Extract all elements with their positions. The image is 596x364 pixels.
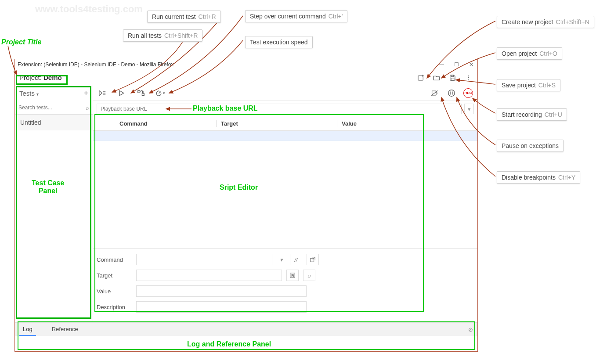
select-target-button[interactable] (286, 270, 299, 281)
svg-rect-10 (138, 90, 140, 93)
run-all-button[interactable] (98, 88, 107, 98)
callout-create-new: Create new projectCtrl+Shift+N (497, 16, 594, 28)
svg-line-14 (159, 92, 160, 93)
callout-run-all: Run all testsCtrl+Shift+R (123, 29, 202, 42)
minimize-button[interactable]: — (438, 61, 445, 68)
project-row: Project: Demo ⋮ (15, 70, 477, 85)
save-project-icon[interactable] (448, 73, 457, 83)
svg-marker-5 (99, 90, 102, 95)
callout-start-recording: Start recordingCtrl+U (497, 108, 567, 121)
more-menu-icon[interactable]: ⋮ (463, 73, 473, 83)
watermark: www.tools4testing.com (35, 4, 143, 15)
callout-open-project: Open projectCtrl+O (497, 47, 562, 60)
test-speed-button[interactable]: ▾ (155, 88, 165, 98)
find-target-button[interactable]: ⌕ (303, 270, 315, 281)
test-item-untitled[interactable]: Untitled (15, 115, 93, 130)
record-button[interactable]: REC (463, 88, 473, 98)
svg-rect-4 (451, 78, 454, 80)
col-command: Command (93, 120, 216, 127)
toggle-comment-button[interactable]: // (290, 254, 302, 265)
label-playback-url: Playback base URL (193, 105, 258, 112)
svg-rect-12 (142, 93, 144, 95)
clear-log-icon[interactable]: ⊘ (468, 326, 473, 333)
command-form: Command ▾ // Target ⌕ Value Des (93, 248, 477, 322)
label-test-case-panel: Test Case Panel (32, 179, 64, 195)
tab-reference[interactable]: Reference (48, 323, 82, 336)
label-command: Command (97, 256, 132, 263)
callout-test-speed: Test execution speed (245, 36, 313, 48)
svg-marker-9 (119, 90, 124, 95)
sidebar: Tests ▾ + ⌕ Untitled (15, 85, 93, 322)
titlebar: Extension: (Selenium IDE) - Selenium IDE… (15, 59, 477, 70)
svg-marker-11 (142, 91, 144, 93)
svg-rect-3 (451, 75, 453, 77)
callout-run-current: Run current testCtrl+R (147, 11, 221, 23)
callout-disable-breakpoints: Disable breakpointsCtrl+Y (497, 171, 580, 184)
maximize-button[interactable]: ☐ (453, 61, 460, 68)
editor: ▾ REC ▾ Command Target Value (93, 85, 477, 322)
label-description: Description (97, 304, 132, 310)
create-project-icon[interactable] (416, 73, 426, 83)
app-window: Extension: (Selenium IDE) - Selenium IDE… (14, 59, 478, 352)
callout-pause-exceptions: Pause on exceptions (497, 140, 563, 152)
callout-step-over: Step over current commandCtrl+' (245, 10, 347, 22)
col-target: Target (216, 120, 337, 127)
svg-point-17 (448, 90, 455, 96)
tab-log[interactable]: Log (19, 323, 36, 336)
step-over-button[interactable] (136, 88, 146, 98)
search-tests-input[interactable] (18, 103, 83, 112)
playback-url-input[interactable] (97, 104, 462, 114)
description-input[interactable] (136, 301, 307, 313)
window-title: Extension: (Selenium IDE) - Selenium IDE… (18, 61, 173, 68)
project-name: Project: Demo (19, 74, 62, 81)
search-icon: ⌕ (86, 105, 89, 111)
col-value: Value (337, 120, 477, 127)
label-target: Target (97, 272, 132, 279)
url-dropdown[interactable]: ▾ (464, 104, 474, 114)
tests-dropdown[interactable]: Tests ▾ (19, 90, 39, 97)
table-row[interactable] (93, 131, 477, 141)
svg-rect-0 (418, 76, 423, 80)
target-input[interactable] (136, 270, 282, 281)
command-input[interactable] (136, 254, 272, 265)
close-button[interactable]: ✕ (468, 61, 475, 68)
label-log-reference: Log and Reference Panel (187, 340, 271, 348)
label-value: Value (97, 288, 132, 295)
open-project-icon[interactable] (432, 73, 441, 83)
command-dropdown-icon[interactable]: ▾ (277, 254, 285, 265)
add-test-button[interactable]: + (83, 89, 88, 98)
label-script-editor: Sript Editor (220, 184, 258, 191)
run-current-button[interactable] (117, 88, 126, 98)
pause-exceptions-button[interactable] (447, 88, 456, 98)
command-table[interactable] (93, 131, 477, 248)
callout-save-project: Save projectCtrl+S (497, 79, 560, 91)
disable-breakpoints-button[interactable] (430, 88, 440, 98)
label-project-title: Project Title (1, 38, 41, 46)
table-header: Command Target Value (93, 117, 477, 131)
value-input[interactable] (136, 285, 307, 297)
open-new-window-button[interactable] (307, 254, 319, 265)
